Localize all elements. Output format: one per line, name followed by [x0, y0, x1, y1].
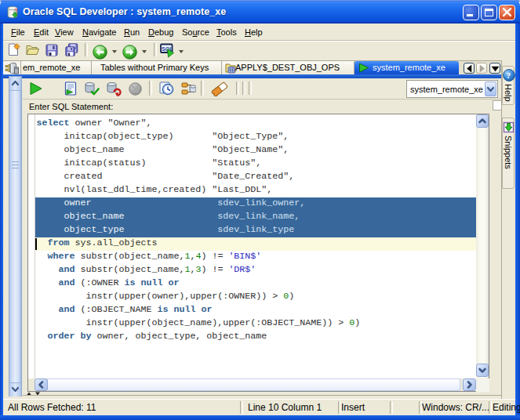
svg-text:?: ?	[507, 71, 511, 80]
